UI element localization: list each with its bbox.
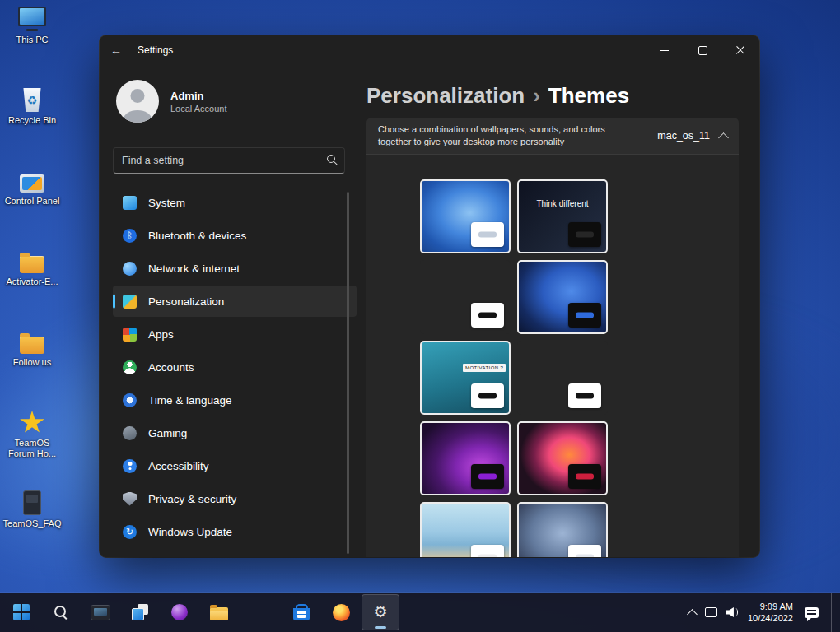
theme-accent-pill	[576, 393, 594, 399]
show-desktop-button[interactable]	[831, 592, 835, 632]
maximize-button[interactable]	[684, 35, 721, 65]
sidebar-scrollbar[interactable]	[347, 192, 349, 554]
sidebar-item-windows-update[interactable]: Windows Update	[113, 516, 357, 547]
desktop-icon-teamos-faq[interactable]: TeamOS_FAQ	[0, 489, 64, 529]
theme-card-5[interactable]: MOTIVATION ?	[420, 341, 511, 415]
theme-card-6[interactable]	[517, 341, 608, 415]
sidebar-item-label: Apps	[148, 328, 174, 341]
file-explorer-button[interactable]	[200, 594, 238, 630]
theme-grid: Think different MOTIVATION ?	[420, 179, 608, 557]
sidebar-item-network-internet[interactable]: Network & internet	[113, 253, 357, 284]
theme-card-10[interactable]	[517, 502, 608, 557]
update-icon	[123, 525, 137, 539]
desktop-icon-label: Activator-E...	[7, 276, 58, 287]
sidebar-item-gaming[interactable]: Gaming	[113, 417, 357, 448]
chat-notifications-icon[interactable]	[805, 607, 819, 618]
search-input[interactable]	[114, 148, 344, 173]
sidebar-item-system[interactable]: System	[113, 187, 357, 218]
desktop-app-button[interactable]	[82, 594, 119, 630]
breadcrumb-parent[interactable]: Personalization	[366, 83, 525, 108]
theme-preview-window	[568, 545, 601, 557]
firefox-icon	[333, 604, 350, 621]
close-button[interactable]	[721, 35, 759, 65]
settings-search	[113, 147, 345, 174]
app-purple-icon	[171, 604, 188, 620]
recycle-icon	[22, 88, 42, 112]
sidebar-item-label: Bluetooth & devices	[148, 230, 246, 242]
desktop-icon-recycle-bin[interactable]: Recycle Bin	[0, 86, 64, 126]
theme-accent-pill	[576, 232, 594, 238]
desktop-icon-art	[20, 408, 45, 434]
theme-card-9[interactable]	[420, 502, 511, 557]
theme-card-1[interactable]	[420, 179, 511, 253]
theme-accent-pill	[576, 474, 594, 480]
network-icon[interactable]	[705, 607, 717, 617]
search-icon[interactable]	[327, 155, 335, 163]
taskbar-clock[interactable]: 9:09 AM 10/24/2022	[748, 601, 793, 625]
theme-dropdown[interactable]: mac_os_11	[657, 130, 727, 142]
sidebar-item-label: Privacy & security	[148, 493, 236, 505]
cp-icon	[20, 174, 44, 193]
back-button[interactable]	[100, 35, 133, 65]
microsoft-store-icon	[293, 608, 310, 620]
themes-expander-header[interactable]: Choose a combination of wallpapers, soun…	[366, 118, 739, 155]
firefox-button[interactable]	[322, 594, 360, 630]
app-purple-button[interactable]	[161, 594, 198, 630]
theme-accent-pill	[478, 393, 497, 399]
user-account-type: Local Account	[170, 104, 227, 114]
taskbar: 9:09 AM 10/24/2022	[0, 592, 840, 632]
start-button[interactable]	[2, 594, 40, 630]
task-view-button[interactable]	[121, 594, 159, 630]
sidebar-item-accounts[interactable]: Accounts	[113, 351, 357, 383]
network-icon	[123, 262, 137, 276]
settings-window: Settings Admin Local Account System Blue…	[100, 35, 759, 557]
volume-icon[interactable]	[726, 607, 739, 617]
hidden-icons-chevron-icon[interactable]	[687, 609, 698, 620]
desktop-icon-label: This PC	[16, 35, 48, 45]
desktop-icon-follow-us[interactable]: Follow us	[0, 328, 64, 368]
desktop-icon-control-panel[interactable]: Control Panel	[0, 166, 64, 207]
accounts-icon	[123, 360, 137, 374]
theme-accent-pill	[478, 313, 497, 318]
theme-card-7[interactable]	[420, 421, 511, 495]
breadcrumb: Personalization›Themes	[366, 83, 629, 109]
tray-time: 9:09 AM	[748, 601, 793, 612]
theme-card-8[interactable]	[517, 421, 608, 495]
theme-card-3[interactable]	[420, 260, 511, 334]
sidebar-item-personalization[interactable]: Personalization	[113, 286, 357, 317]
tray-date: 10/24/2022	[748, 612, 793, 624]
desktop-icon-this-pc[interactable]: This PC	[0, 5, 64, 45]
sidebar-item-bluetooth-devices[interactable]: Bluetooth & devices	[113, 220, 357, 251]
sidebar-item-time-language[interactable]: Time & language	[113, 384, 357, 416]
sidebar-item-label: System	[148, 197, 185, 209]
titlebar[interactable]: Settings	[100, 35, 759, 65]
theme-card-2[interactable]: Think different	[517, 179, 608, 253]
theme-preview-window	[568, 303, 601, 328]
theme-accent-pill	[576, 313, 594, 318]
search-button[interactable]	[42, 594, 80, 630]
breadcrumb-separator-icon: ›	[533, 83, 540, 108]
desktop-icon-activator-e[interactable]: Activator-E...	[0, 247, 64, 287]
task-view-icon	[131, 603, 149, 621]
sidebar-item-apps[interactable]: Apps	[113, 318, 357, 350]
theme-card-4[interactable]	[517, 260, 608, 334]
themes-panel: Choose a combination of wallpapers, soun…	[366, 118, 739, 557]
sidebar-item-label: Accessibility	[148, 460, 209, 472]
desktop-icon-teamos-forum-ho[interactable]: TeamOS Forum Ho...	[0, 408, 64, 459]
privacy-icon	[123, 492, 137, 506]
minimize-button[interactable]	[646, 35, 684, 65]
running-indicator	[375, 626, 386, 629]
apps-icon	[123, 328, 137, 342]
theme-preview-window	[471, 222, 504, 247]
microsoft-store-button[interactable]	[282, 594, 320, 630]
sidebar-item-privacy-security[interactable]: Privacy & security	[113, 483, 357, 514]
sidebar-item-accessibility[interactable]: Accessibility	[113, 450, 357, 481]
settings-button[interactable]	[362, 594, 399, 630]
themes-body: Think different MOTIVATION ?	[366, 155, 739, 557]
desktop-icon-art	[20, 166, 44, 193]
desktop-icon-art	[18, 5, 46, 31]
taskbar-left-group	[2, 592, 239, 632]
user-card[interactable]: Admin Local Account	[116, 80, 357, 123]
folder-icon	[20, 256, 44, 273]
gaming-icon	[123, 426, 137, 440]
